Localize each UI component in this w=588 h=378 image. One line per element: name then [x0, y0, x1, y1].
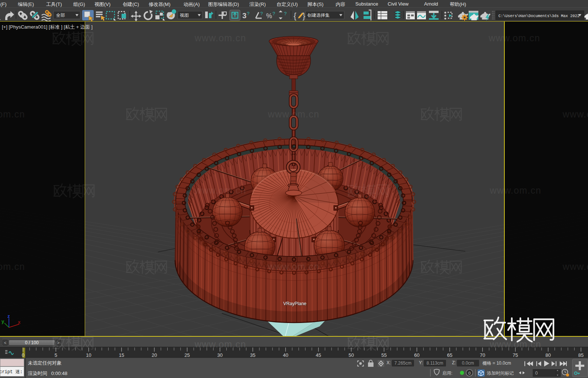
svg-text:x: x: [18, 319, 21, 325]
svg-text:创建选择集: 创建选择集: [307, 13, 330, 18]
svg-text:35: 35: [250, 352, 255, 358]
svg-text:3: 3: [242, 12, 246, 20]
svg-text:?: ?: [247, 11, 249, 16]
svg-text:50: 50: [349, 352, 354, 358]
svg-text:10: 10: [86, 352, 91, 358]
svg-text:全部: 全部: [56, 13, 65, 18]
svg-text:}: }: [303, 11, 305, 20]
svg-text:55: 55: [381, 352, 387, 358]
svg-text:?: ?: [272, 11, 275, 16]
svg-text:20: 20: [152, 352, 157, 358]
svg-text:0: 0: [468, 371, 471, 375]
svg-text:65: 65: [447, 352, 452, 358]
svg-text:15: 15: [119, 352, 124, 358]
svg-text:75: 75: [513, 352, 518, 358]
svg-text:y: y: [1, 319, 4, 324]
svg-text:80: 80: [546, 352, 551, 358]
svg-text:视图: 视图: [180, 13, 189, 18]
svg-text:0: 0: [535, 371, 538, 376]
svg-text:85: 85: [578, 352, 584, 358]
svg-text:30: 30: [217, 352, 223, 358]
svg-text:70: 70: [480, 352, 485, 358]
svg-text:?: ?: [260, 11, 263, 16]
svg-text:5: 5: [55, 352, 57, 358]
svg-text:25: 25: [184, 352, 190, 358]
svg-text:?: ?: [284, 11, 287, 16]
svg-text:z: z: [7, 313, 10, 319]
svg-text:45: 45: [316, 352, 321, 358]
svg-text:%: %: [266, 12, 272, 20]
svg-text:60: 60: [414, 352, 419, 358]
svg-text:C:\Users\Han\Documents\3ds Max: C:\Users\Han\Documents\3ds Max 2022: [498, 14, 579, 18]
svg-text:40: 40: [283, 352, 288, 358]
svg-text:{: {: [294, 11, 296, 20]
